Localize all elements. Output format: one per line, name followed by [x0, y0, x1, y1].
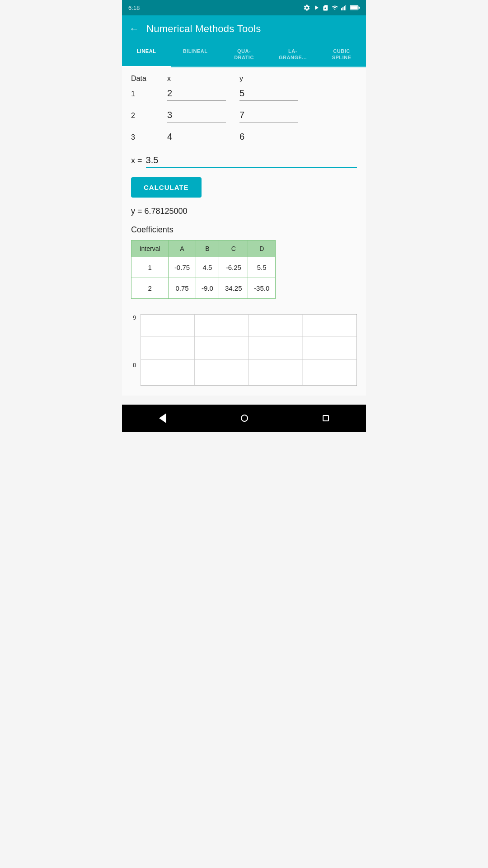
- col-header-d: D: [248, 240, 276, 257]
- chart-inner: [141, 314, 357, 388]
- play-icon: [313, 4, 320, 11]
- row-1-x-input[interactable]: [167, 87, 226, 101]
- tab-quadratic[interactable]: QUA-DRATIC: [220, 42, 268, 66]
- tab-bilineal[interactable]: BILINEAL: [171, 42, 220, 66]
- main-content: Data x y 1 2 3 x = CALCULATE y = 6.78125…: [122, 67, 366, 396]
- data-table-header: Data x y: [131, 75, 357, 83]
- row-2-b: -9.0: [196, 278, 219, 298]
- nav-back-icon: [159, 413, 166, 423]
- row-2-a: 0.75: [169, 278, 196, 298]
- row-2-index: 2: [131, 112, 158, 120]
- x-input-row: x =: [131, 153, 357, 168]
- row-3-y-input[interactable]: [239, 131, 298, 144]
- tab-bar: LINEAL BILINEAL QUA-DRATIC LA-GRANGE... …: [122, 42, 366, 67]
- row-2-d: -35.0: [248, 278, 276, 298]
- x-value-input[interactable]: [146, 153, 357, 168]
- battery-icon: [350, 5, 360, 10]
- app-bar: ← Numerical Methods Tools: [122, 15, 366, 42]
- header-data: Data: [131, 75, 158, 83]
- col-header-b: B: [196, 240, 219, 257]
- svg-rect-0: [341, 8, 342, 10]
- nav-recent-button[interactable]: [314, 411, 338, 425]
- nav-back-button[interactable]: [150, 410, 175, 427]
- x-label: x =: [131, 156, 142, 165]
- row-1-interval: 1: [131, 257, 169, 278]
- data-row-2: 2: [131, 109, 357, 123]
- nav-home-icon: [241, 415, 248, 422]
- result-display: y = 6.78125000: [131, 207, 357, 216]
- svg-rect-2: [344, 6, 345, 10]
- coefficients-title: Coefficients: [131, 225, 357, 235]
- svg-rect-3: [345, 5, 346, 10]
- row-1-b: 4.5: [196, 257, 219, 278]
- row-3-x-input[interactable]: [167, 131, 226, 144]
- row-2-interval: 2: [131, 278, 169, 298]
- back-button[interactable]: ←: [129, 23, 139, 35]
- col-header-c: C: [219, 240, 248, 257]
- row-2-y-input[interactable]: [239, 109, 298, 123]
- row-1-index: 1: [131, 90, 158, 98]
- nav-bar: [122, 405, 366, 432]
- svg-rect-5: [359, 7, 360, 9]
- y-label-8: 8: [131, 362, 138, 387]
- table-row: 1 -0.75 4.5 -6.25 5.5: [131, 257, 276, 278]
- row-1-y-input[interactable]: [239, 87, 298, 101]
- header-x: x: [167, 75, 226, 83]
- status-icons: [303, 4, 360, 11]
- status-bar: 6:18: [122, 0, 366, 15]
- signal-icon: [341, 5, 347, 11]
- sim-icon: [322, 4, 328, 11]
- row-1-d: 5.5: [248, 257, 276, 278]
- chart-y-axis: 9 8: [131, 314, 138, 387]
- coefficients-table: Interval A B C D 1 -0.75 4.5 -6.25 5.5 2…: [131, 240, 276, 299]
- row-1-c: -6.25: [219, 257, 248, 278]
- svg-rect-6: [350, 6, 358, 9]
- row-1-a: -0.75: [169, 257, 196, 278]
- col-header-interval: Interval: [131, 240, 169, 257]
- svg-rect-1: [343, 7, 343, 10]
- settings-icon: [303, 4, 310, 11]
- header-y: y: [239, 75, 298, 83]
- tab-cubicspline[interactable]: CUBICSPLINE: [317, 42, 366, 66]
- tab-lineal[interactable]: LINEAL: [122, 42, 171, 67]
- data-row-3: 3: [131, 131, 357, 144]
- row-2-x-input[interactable]: [167, 109, 226, 123]
- wifi-icon: [331, 5, 339, 11]
- table-row: 2 0.75 -9.0 34.25 -35.0: [131, 278, 276, 298]
- chart-container: 9 8: [131, 310, 357, 388]
- col-header-a: A: [169, 240, 196, 257]
- status-time: 6:18: [128, 5, 140, 11]
- data-row-1: 1: [131, 87, 357, 101]
- tab-lagrange[interactable]: LA-GRANGE...: [268, 42, 317, 66]
- nav-recent-icon: [323, 415, 329, 421]
- chart-svg: [141, 314, 357, 387]
- row-3-index: 3: [131, 133, 158, 142]
- nav-home-button[interactable]: [232, 411, 257, 425]
- chart-area: 9 8: [131, 314, 357, 388]
- calculate-button[interactable]: CALCULATE: [131, 177, 202, 198]
- row-2-c: 34.25: [219, 278, 248, 298]
- app-title: Numerical Methods Tools: [146, 23, 261, 35]
- y-label-9: 9: [131, 314, 138, 321]
